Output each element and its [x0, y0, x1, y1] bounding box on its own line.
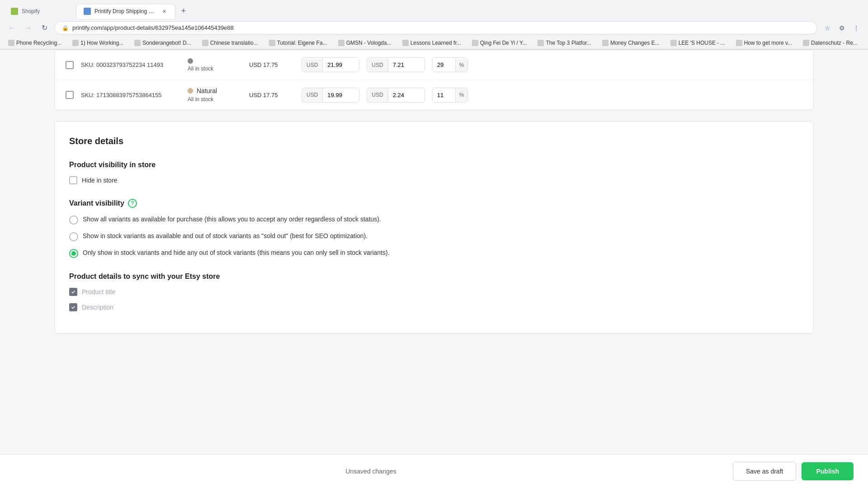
base-price-1: USD 17.75	[249, 61, 294, 68]
bookmark-favicon	[202, 40, 208, 46]
save-as-draft-button[interactable]: Save as draft	[733, 462, 797, 481]
bookmark-favicon	[134, 40, 141, 46]
product-sync-title: Product details to sync with your Etsy s…	[69, 272, 799, 281]
menu-button[interactable]: ⋮	[850, 22, 863, 34]
sku-text-1: SKU: 000323793752234 11493	[81, 61, 180, 68]
tab-favicon-shopify	[11, 8, 18, 15]
page-content: SKU: 000323793752234 11493 All in stock …	[0, 50, 868, 488]
row-checkbox-1[interactable]	[66, 61, 74, 69]
stock-status-1: All in stock	[188, 66, 242, 72]
percent-symbol-1: %	[455, 58, 468, 72]
hide-in-store-row: Hide in store	[69, 176, 799, 184]
hide-in-store-checkbox[interactable]	[69, 176, 77, 184]
variant-visibility-header: Variant visibility ?	[69, 199, 799, 208]
retail-price-input-2[interactable]	[323, 88, 359, 102]
bookmark-datenschutz[interactable]: Datenschutz - Re...	[800, 39, 860, 47]
checkmark-icon	[71, 290, 75, 294]
bookmark-tutorial[interactable]: Tutorial: Eigene Fa...	[266, 39, 330, 47]
table-row: SKU: 17130883975753864155 Natural All in…	[55, 80, 813, 110]
percent-input-1[interactable]	[433, 58, 455, 72]
bookmark-button[interactable]: ☆	[821, 22, 834, 34]
bookmark-sonderangebot[interactable]: Sonderangebot! D...	[132, 39, 193, 47]
tab-bar: Shopify Printify Drop Shipping Print o..…	[0, 0, 868, 19]
bookmark-chinese[interactable]: Chinese translatio...	[199, 39, 261, 47]
radio-inner-3	[71, 251, 76, 256]
tab-shopify[interactable]: Shopify	[4, 4, 76, 19]
color-status-2: Natural All in stock	[188, 87, 242, 103]
variant-option-1: Show all variants as available for purch…	[69, 215, 799, 225]
bookmark-favicon	[8, 40, 14, 46]
bookmark-top3[interactable]: The Top 3 Platfor...	[535, 39, 594, 47]
address-bar[interactable]: 🔒 printify.com/app/product-details/63297…	[54, 21, 817, 34]
radio-button-3[interactable]	[69, 249, 78, 258]
product-visibility-subsection: Product visibility in store Hide in stor…	[69, 161, 799, 184]
bookmark-student[interactable]: Student Wants a...	[866, 39, 868, 47]
percent-group-2: %	[432, 88, 468, 103]
bottom-action-bar: Unsaved changes Save as draft Publish	[0, 454, 868, 488]
tab-close-printify[interactable]: ✕	[160, 8, 168, 15]
bookmark-qing[interactable]: Qing Fei De Yi / Y...	[469, 39, 530, 47]
variant-visibility-title: Variant visibility	[69, 199, 124, 207]
bookmark-gmsn[interactable]: GMSN - Vologda...	[335, 39, 394, 47]
radio-button-2[interactable]	[69, 232, 78, 241]
tab-label-printify: Printify Drop Shipping Print o...	[94, 8, 157, 14]
radio-options-group: Show all variants as available for purch…	[69, 215, 799, 258]
bookmark-lee-house[interactable]: LEE 'S HOUSE - ...	[668, 39, 728, 47]
color-dot-grey	[188, 58, 193, 64]
bookmark-phone-recycling[interactable]: Phone Recycling...	[5, 39, 64, 47]
bookmark-favicon	[72, 40, 79, 46]
bookmark-favicon	[736, 40, 742, 46]
forward-button[interactable]: →	[22, 22, 34, 34]
browser-chrome: Shopify Printify Drop Shipping Print o..…	[0, 0, 868, 50]
bookmark-how-working[interactable]: 1) How Working...	[70, 39, 126, 47]
publish-button[interactable]: Publish	[802, 462, 854, 480]
color-indicator-2: Natural	[188, 87, 242, 94]
currency-label-2: USD	[302, 88, 323, 102]
bookmark-favicon	[472, 40, 478, 46]
radio-label-1: Show all variants as available for purch…	[83, 215, 381, 224]
profit-input-1[interactable]	[388, 58, 425, 72]
radio-label-2: Show in stock variants as available and …	[83, 232, 368, 241]
profit-group-2: USD	[367, 88, 425, 103]
bookmark-favicon	[402, 40, 409, 46]
new-tab-button[interactable]: +	[177, 5, 190, 18]
hide-in-store-label: Hide in store	[82, 177, 118, 184]
bookmark-money[interactable]: Money Changes E...	[599, 39, 662, 47]
profit-currency-1: USD	[367, 58, 388, 72]
sync-product-title-row: Product title	[69, 288, 799, 296]
color-indicator-1	[188, 58, 242, 64]
bookmark-how-get-more[interactable]: How to get more v...	[733, 39, 795, 47]
base-price-2: USD 17.75	[249, 92, 294, 99]
radio-button-1[interactable]	[69, 216, 78, 225]
variant-option-3: Only show in stock variants and hide any…	[69, 249, 799, 258]
tab-label-shopify: Shopify	[22, 8, 69, 14]
address-bar-row: ← → ↻ 🔒 printify.com/app/product-details…	[0, 19, 868, 37]
percent-symbol-2: %	[455, 88, 468, 102]
variant-visibility-subsection: Variant visibility ? Show all variants a…	[69, 199, 799, 258]
table-row: SKU: 000323793752234 11493 All in stock …	[55, 50, 813, 80]
back-button[interactable]: ←	[5, 22, 18, 34]
sku-text-2: SKU: 17130883975753864155	[81, 92, 180, 99]
percent-input-2[interactable]	[433, 88, 455, 102]
percent-group-1: %	[432, 57, 468, 72]
bookmark-lessons[interactable]: Lessons Learned fr...	[400, 39, 464, 47]
variant-help-icon[interactable]: ?	[128, 199, 137, 208]
tab-favicon-printify	[84, 8, 91, 15]
retail-price-input-1[interactable]	[323, 58, 359, 72]
bookmark-favicon	[670, 40, 677, 46]
bookmark-favicon	[803, 40, 809, 46]
profit-group-1: USD	[367, 57, 425, 72]
extensions-button[interactable]: ⚙	[835, 22, 848, 34]
product-sync-section: Product details to sync with your Etsy s…	[69, 272, 799, 311]
profit-input-2[interactable]	[388, 88, 425, 102]
sync-description-checkbox[interactable]	[69, 303, 77, 311]
browser-actions: ☆ ⚙ ⋮	[821, 22, 863, 34]
profit-currency-2: USD	[367, 88, 388, 102]
row-checkbox-2[interactable]	[66, 91, 74, 99]
sync-product-title-checkbox[interactable]	[69, 288, 77, 296]
tab-printify[interactable]: Printify Drop Shipping Print o... ✕	[76, 4, 175, 19]
reload-button[interactable]: ↻	[38, 22, 51, 34]
color-name-2: Natural	[197, 87, 217, 94]
bookmarks-bar: Phone Recycling... 1) How Working... Son…	[0, 37, 868, 49]
unsaved-changes-text: Unsaved changes	[14, 468, 727, 475]
